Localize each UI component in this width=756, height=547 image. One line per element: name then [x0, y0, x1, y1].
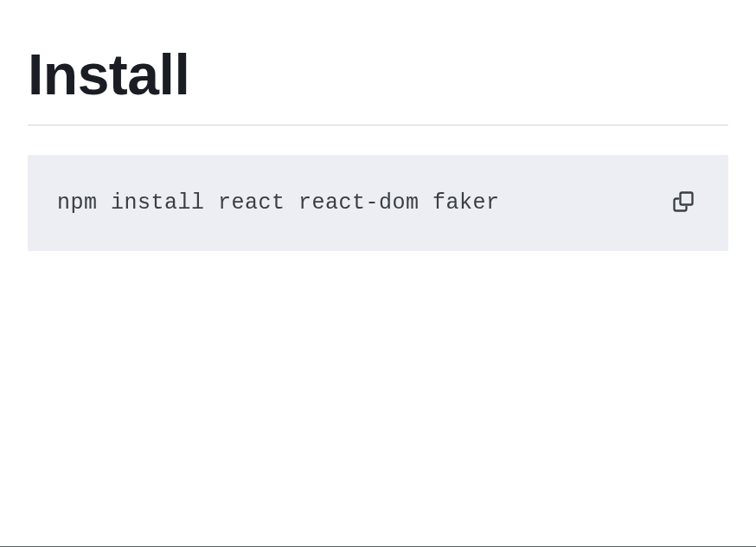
page-title: Install — [28, 42, 728, 125]
code-command: npm install react react-dom faker — [57, 190, 500, 216]
copy-icon — [671, 190, 695, 216]
code-block: npm install react react-dom faker — [28, 155, 728, 251]
svg-rect-0 — [681, 193, 693, 205]
copy-button[interactable] — [668, 186, 699, 220]
